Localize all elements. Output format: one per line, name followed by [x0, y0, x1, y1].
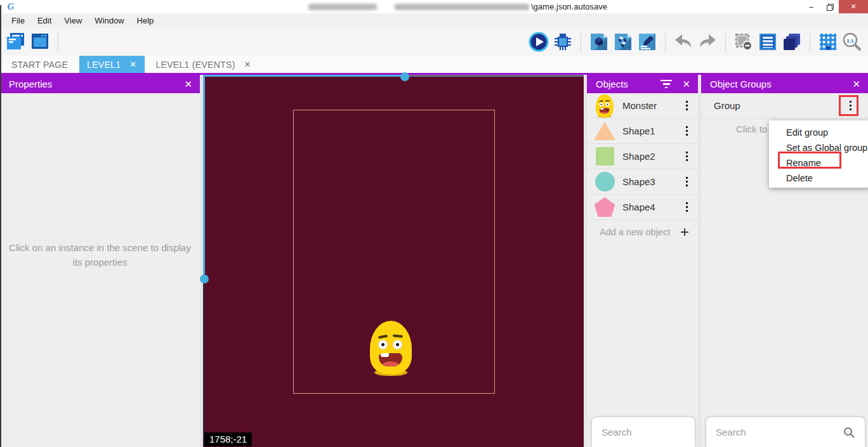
object-groups-panel: Object Groups ✕ Group Click to Edit grou… — [701, 75, 868, 447]
project-manager-icon[interactable] — [4, 30, 27, 53]
toolbar-separator — [725, 32, 726, 51]
title-bar: G \game.json.autosave – ✕ — [0, 0, 868, 13]
toolbar: 1:1 — [0, 28, 868, 56]
tab-label: LEVEL1 (EVENTS) — [156, 60, 235, 70]
square-icon — [596, 147, 614, 165]
objects-editor-icon[interactable] — [612, 30, 635, 53]
toolbar-separator — [581, 32, 581, 51]
window-title: \game.json.autosave — [22, 0, 607, 13]
window-left-edge — [0, 5, 1, 447]
menu-bar: File Edit View Window Help — [0, 13, 868, 28]
objects-panel: Objects ✕ Monster Shape1 Shape2 Shape3 S… — [587, 75, 698, 447]
svg-text:1:1: 1:1 — [846, 38, 854, 44]
groups-search-input[interactable] — [716, 427, 843, 437]
close-button[interactable]: ✕ — [839, 0, 868, 13]
menu-item-set-global-group[interactable]: Set as Global group — [769, 140, 868, 155]
filter-icon[interactable] — [661, 80, 672, 89]
groups-search-box[interactable] — [706, 417, 865, 447]
object-row-shape4[interactable]: Shape4 — [587, 195, 698, 220]
scene-top-border — [405, 75, 584, 77]
tab-level1-events[interactable]: LEVEL1 (EVENTS) ✕ — [145, 56, 263, 73]
scene-left-border — [203, 75, 205, 275]
tab-level1[interactable]: LEVEL1 ✕ — [79, 56, 144, 73]
redacted-title-segment — [395, 4, 529, 10]
object-row-shape2[interactable]: Shape2 — [587, 144, 698, 169]
triangle-icon — [594, 122, 615, 140]
debug-icon[interactable] — [551, 30, 574, 53]
object-row-shape3[interactable]: Shape3 — [587, 169, 698, 195]
tab-close-icon[interactable]: ✕ — [244, 60, 251, 69]
scene-top-border — [203, 75, 405, 77]
instances-list-icon[interactable] — [756, 30, 779, 53]
object-menu-dots-icon[interactable] — [686, 202, 688, 212]
menu-item-rename[interactable]: Rename — [769, 155, 868, 171]
tab-bar: START PAGE LEVEL1 ✕ LEVEL1 (EVENTS) ✕ — [0, 56, 868, 73]
objects-header: Objects ✕ — [587, 75, 698, 93]
object-name: Shape4 — [622, 202, 655, 212]
object-row-monster[interactable]: Monster — [587, 93, 698, 119]
mask-icon[interactable] — [732, 30, 755, 53]
monster-thumbnail-icon — [596, 94, 614, 117]
monster-eye — [393, 340, 402, 349]
play-icon[interactable] — [527, 30, 550, 53]
pentagon-icon — [595, 197, 615, 217]
group-context-menu: Edit group Set as Global group Rename De… — [769, 120, 868, 188]
object-menu-dots-icon[interactable] — [686, 152, 688, 162]
group-menu-dots-icon[interactable] — [850, 101, 852, 111]
object-menu-dots-icon[interactable] — [686, 101, 688, 111]
export-game-icon[interactable] — [588, 30, 610, 53]
objects-search-box[interactable] — [592, 417, 695, 447]
tab-start-page[interactable]: START PAGE — [0, 56, 79, 73]
toolbar-separator — [810, 32, 810, 51]
object-name: Monster — [622, 100, 657, 111]
object-row-shape1[interactable]: Shape1 — [587, 119, 698, 144]
gdevelop-logo-icon: G — [0, 0, 22, 13]
scene-canvas[interactable]: 1758;-21 — [203, 75, 584, 447]
object-menu-dots-icon[interactable] — [686, 126, 688, 136]
zoom-1-1-icon[interactable]: 1:1 — [841, 30, 864, 53]
layers-icon[interactable] — [780, 30, 803, 53]
toolbar-separator — [665, 32, 666, 51]
search-icon — [843, 426, 855, 439]
menu-help[interactable]: Help — [131, 13, 161, 28]
menu-view[interactable]: View — [58, 13, 88, 28]
menu-item-delete[interactable]: Delete — [769, 171, 868, 186]
cursor-coordinates: 1758;-21 — [204, 432, 252, 446]
restore-button[interactable] — [820, 0, 839, 13]
close-panel-icon[interactable]: ✕ — [682, 79, 690, 90]
scene-properties-icon[interactable] — [29, 30, 51, 53]
monster-eye — [378, 340, 388, 349]
groups-placeholder-text: Click to — [736, 124, 767, 134]
add-object-label: Add a new object — [600, 227, 670, 237]
grid-icon[interactable] — [817, 30, 839, 53]
properties-placeholder: Click on an instance in the scene to dis… — [6, 240, 194, 270]
circle-icon — [595, 172, 615, 191]
menu-item-edit-group[interactable]: Edit group — [769, 125, 868, 140]
resize-handle-top[interactable] — [400, 72, 409, 81]
close-panel-icon[interactable]: ✕ — [852, 79, 860, 90]
tab-label: LEVEL1 — [87, 60, 121, 70]
undo-icon[interactable] — [672, 30, 695, 53]
monster-instance[interactable] — [370, 321, 412, 374]
tab-close-icon[interactable]: ✕ — [129, 60, 136, 69]
minimize-button[interactable]: – — [802, 0, 820, 13]
edit-scene-icon[interactable] — [636, 30, 659, 53]
object-menu-dots-icon[interactable] — [686, 177, 688, 187]
redo-icon[interactable] — [696, 30, 719, 53]
properties-header: Properties ✕ — [0, 75, 200, 93]
window-title-text: \game.json.autosave — [531, 2, 607, 11]
panel-title: Objects — [596, 79, 628, 89]
restore-icon — [827, 4, 832, 10]
menu-file[interactable]: File — [5, 13, 31, 28]
close-panel-icon[interactable]: ✕ — [184, 79, 192, 90]
group-row[interactable]: Group — [701, 93, 868, 119]
object-groups-header: Object Groups ✕ — [701, 75, 868, 93]
menu-window[interactable]: Window — [88, 13, 130, 28]
redacted-title-segment — [308, 4, 377, 10]
menu-edit[interactable]: Edit — [31, 13, 58, 28]
group-name: Group — [714, 100, 740, 111]
object-name: Shape2 — [622, 151, 655, 162]
add-new-object-row[interactable]: Add a new object + — [587, 220, 698, 243]
scene-left-border — [203, 275, 205, 447]
resize-handle-left[interactable] — [200, 275, 209, 283]
